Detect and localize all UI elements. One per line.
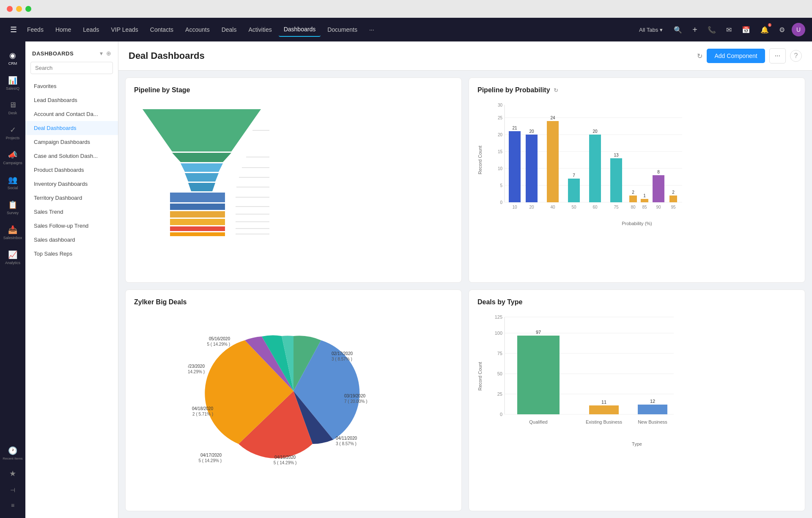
sidebar-icon-recent[interactable]: 🕐 Recent Items bbox=[3, 442, 22, 465]
minimize-button[interactable] bbox=[16, 6, 22, 12]
sidebar-icon-social[interactable]: 👥 Social bbox=[0, 171, 25, 194]
mail-icon[interactable]: ✉ bbox=[723, 22, 735, 37]
nav-accounts[interactable]: Accounts bbox=[180, 23, 215, 36]
sidebar-icon-campaigns[interactable]: 📣 Campaigns bbox=[0, 146, 25, 169]
sidebar-item-territory-dashboard[interactable]: Territory Dashboard bbox=[25, 191, 118, 205]
sidebar-item-campaign-dashboards[interactable]: Campaign Dashboards bbox=[25, 135, 118, 149]
desk-icon: 🖥 bbox=[9, 101, 16, 110]
search-icon[interactable]: 🔍 bbox=[670, 22, 686, 37]
sidebar-search-input[interactable] bbox=[30, 62, 113, 74]
nav-home[interactable]: Home bbox=[50, 23, 76, 36]
nav-deals[interactable]: Deals bbox=[217, 23, 242, 36]
settings-icon[interactable]: ⚙ bbox=[776, 22, 788, 37]
sidebar-item-sales-follow-up[interactable]: Sales Follow-up Trend bbox=[25, 219, 118, 233]
svg-text:10: 10 bbox=[512, 205, 517, 209]
hamburger-menu[interactable]: ☰ bbox=[7, 22, 20, 38]
notifications-button[interactable]: 🔔1 bbox=[757, 22, 772, 37]
desk-label: Desk bbox=[8, 111, 17, 115]
nav-sidebar-dropdown-icon[interactable]: ▾ bbox=[100, 50, 103, 57]
sidebar-list-button[interactable]: ≡ bbox=[3, 498, 22, 513]
svg-text:Qualified: Qualified bbox=[529, 419, 547, 424]
collapse-icon: ⊣ bbox=[10, 487, 15, 493]
prob-chart-wrapper: Record Count 0 5 10 15 20 25 30 bbox=[477, 101, 796, 219]
svg-text:13: 13 bbox=[614, 153, 619, 157]
svg-text:7: 7 bbox=[573, 173, 575, 178]
add-icon[interactable]: + bbox=[689, 22, 701, 38]
sidebar-icon-salesiq[interactable]: 📊 SalesIQ bbox=[0, 72, 25, 95]
pie-label-3: 04/11/2020 bbox=[336, 436, 357, 441]
social-icon: 👥 bbox=[8, 175, 17, 185]
sidebar-icon-survey[interactable]: 📋 Survey bbox=[0, 196, 25, 219]
funnel-segment-4 bbox=[185, 173, 219, 182]
prob-y-axis-label: Record Count bbox=[477, 101, 483, 219]
nav-documents[interactable]: Documents bbox=[322, 23, 362, 36]
sidebar-collapse-button[interactable]: ⊣ bbox=[3, 482, 22, 498]
funnel-segment-3 bbox=[181, 163, 223, 172]
nav-sidebar-title: DASHBOARDS bbox=[32, 50, 74, 57]
more-options-button[interactable]: ··· bbox=[769, 48, 786, 63]
all-tabs-button[interactable]: All Tabs ▾ bbox=[635, 24, 667, 36]
sidebar-item-product-dashboards[interactable]: Product Dashboards bbox=[25, 163, 118, 177]
sidebar-item-sales-trend[interactable]: Sales Trend bbox=[25, 205, 118, 219]
user-avatar[interactable]: U bbox=[792, 23, 805, 36]
sidebar-icon-projects[interactable]: ✓ Projects bbox=[0, 121, 25, 144]
svg-text:11: 11 bbox=[601, 400, 606, 405]
sidebar-item-case-solution[interactable]: Case and Solution Dash... bbox=[25, 149, 118, 163]
maximize-button[interactable] bbox=[25, 6, 31, 12]
sidebar-item-inventory-dashboards[interactable]: Inventory Dashboards bbox=[25, 177, 118, 191]
help-button[interactable]: ? bbox=[790, 50, 802, 62]
sidebar-icon-analytics[interactable]: 📈 Analytics bbox=[0, 246, 25, 269]
deals-bar-new bbox=[638, 405, 667, 414]
nav-sidebar-add-icon[interactable]: ⊕ bbox=[106, 50, 111, 57]
sidebar-icon-desk[interactable]: 🖥 Desk bbox=[0, 96, 25, 119]
sidebar-icon-favorites[interactable]: ★ bbox=[3, 465, 22, 482]
star-icon: ★ bbox=[9, 469, 16, 478]
svg-text:75: 75 bbox=[614, 205, 619, 209]
sidebar-item-lead-dashboards[interactable]: Lead Dashboards bbox=[25, 93, 118, 107]
sidebar-icon-salesinbox[interactable]: 📥 SalesInbox bbox=[0, 221, 25, 244]
nav-activities[interactable]: Activities bbox=[243, 23, 277, 36]
prob-bar-95 bbox=[669, 196, 677, 202]
prob-bar-chart: 0 5 10 15 20 25 30 bbox=[488, 101, 691, 219]
svg-text:New Business: New Business bbox=[638, 419, 667, 424]
sidebar-item-account-contact[interactable]: Account and Contact Da... bbox=[25, 107, 118, 121]
nav-vip-leads[interactable]: VIP Leads bbox=[106, 23, 143, 36]
svg-text:10: 10 bbox=[498, 166, 503, 171]
prob-refresh-icon[interactable]: ↻ bbox=[554, 87, 558, 94]
pie-sublabel-1: 3 ( 8.57% ) bbox=[332, 357, 352, 361]
prob-bar-20 bbox=[526, 135, 538, 202]
pipeline-by-stage-card: Pipeline by Stage bbox=[125, 77, 462, 283]
calendar-icon[interactable]: 📅 bbox=[738, 22, 754, 37]
svg-text:0: 0 bbox=[500, 412, 502, 417]
pie-chart-wrapper: 02/17/2020 3 ( 8.57% ) 03/19/2020 7 ( 20… bbox=[134, 313, 453, 465]
pipeline-by-probability-card: Pipeline by Probability ↻ Record Count 0… bbox=[469, 77, 805, 283]
deals-bar-existing bbox=[589, 405, 619, 414]
deals-bar-qualified bbox=[517, 336, 560, 414]
nav-feeds[interactable]: Feeds bbox=[22, 23, 49, 36]
nav-more[interactable]: ··· bbox=[364, 23, 379, 36]
svg-text:40: 40 bbox=[550, 205, 555, 209]
salesiq-icon: 📊 bbox=[8, 76, 17, 85]
campaigns-icon: 📣 bbox=[8, 150, 17, 160]
svg-text:50: 50 bbox=[497, 371, 502, 376]
refresh-button[interactable]: ↻ bbox=[697, 52, 702, 60]
zylker-title: Zylker Big Deals bbox=[134, 298, 453, 306]
svg-text:21: 21 bbox=[512, 126, 517, 130]
sidebar-item-deal-dashboards[interactable]: Deal Dashboards bbox=[25, 121, 118, 135]
nav-dashboards[interactable]: Dashboards bbox=[279, 22, 321, 37]
pie-label-2: 03/19/2020 bbox=[344, 394, 365, 398]
crm-label: CRM bbox=[8, 61, 17, 66]
phone-icon[interactable]: 📞 bbox=[704, 22, 719, 37]
nav-contacts[interactable]: Contacts bbox=[145, 23, 178, 36]
add-component-button[interactable]: Add Component bbox=[707, 49, 765, 63]
svg-text:95: 95 bbox=[671, 205, 676, 209]
sidebar-icon-crm[interactable]: ◉ CRM bbox=[0, 47, 25, 70]
sidebar-item-sales-dashboard[interactable]: Sales dashboard bbox=[25, 233, 118, 247]
sidebar-item-favorites[interactable]: Favorites bbox=[25, 79, 118, 93]
funnel-segment-10 bbox=[170, 226, 225, 231]
nav-leads[interactable]: Leads bbox=[78, 23, 104, 36]
svg-text:60: 60 bbox=[593, 205, 598, 209]
sidebar-item-top-sales-reps[interactable]: Top Sales Reps bbox=[25, 247, 118, 261]
close-button[interactable] bbox=[7, 6, 13, 12]
svg-text:85: 85 bbox=[642, 205, 647, 209]
